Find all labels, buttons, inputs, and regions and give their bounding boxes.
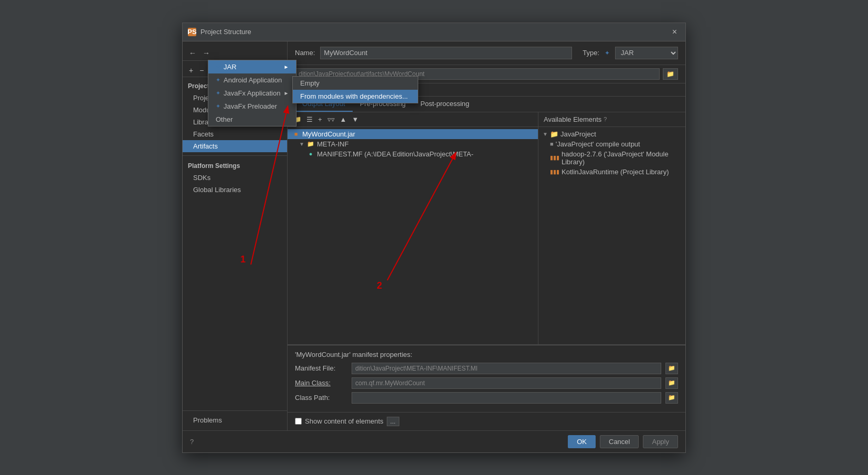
group-folder-icon: 📁	[550, 130, 558, 138]
output-up-btn[interactable]: ▲	[338, 114, 349, 124]
manifest-file-row: Manifest File: 📁	[295, 363, 678, 374]
lib-icon-kotlin: ▮▮▮	[550, 168, 559, 175]
tabs-row: Output Layout Pre-processing Post-proces…	[288, 97, 685, 112]
include-row: Include in project build	[288, 83, 685, 97]
sidebar-divider	[183, 155, 287, 156]
add-label: Add	[219, 66, 283, 74]
manifest-file-input[interactable]	[352, 363, 661, 374]
lib-icon-hadoop: ▮▮▮	[550, 154, 559, 161]
manifest-file-browse-btn[interactable]: 📁	[665, 363, 678, 374]
show-content-row: Show content of elements ...	[288, 412, 685, 430]
apply-button[interactable]: Apply	[643, 435, 678, 448]
manifest-section: 'MyWordCount.jar' manifest properties: M…	[288, 345, 685, 412]
output-area: 📁 ☰ + ▿▿ ▲ ▼ ■ MyWordCount.jar ▼	[288, 112, 685, 345]
tree-row-meta-inf[interactable]: ▼ 📁 META-INF	[288, 139, 538, 149]
tree-manifest-label: MANIFEST.MF (A:\IDEA Edition\JavaProject…	[317, 150, 473, 158]
class-path-browse-btn[interactable]: 📁	[665, 392, 678, 404]
project-settings-section: Project Settings	[183, 79, 287, 92]
dialog-title: Project Structure	[200, 28, 665, 36]
sidebar-item-problems[interactable]: Problems	[183, 414, 287, 426]
tree-jar-label: MyWordCount.jar	[302, 130, 355, 138]
main-class-browse-btn[interactable]: 📁	[665, 377, 678, 389]
available-item-hadoop[interactable]: ▮▮▮ hadoop-2.7.6 ('JavaProject' Module L…	[538, 149, 685, 167]
available-header: Available Elements ?	[538, 112, 685, 127]
platform-settings-section: Platform Settings	[183, 159, 287, 172]
tree-content: ■ MyWordCount.jar ▼ 📁 META-INF ● MANIFES…	[288, 127, 538, 344]
dots-button[interactable]: ...	[387, 417, 399, 426]
available-item-compile[interactable]: ■ 'JavaProject' compile output	[538, 139, 685, 149]
compile-icon: ■	[550, 141, 554, 147]
main-class-row: Main Class: 📁	[295, 377, 678, 389]
tab-preprocessing[interactable]: Pre-processing	[353, 97, 413, 112]
tree-meta-inf-label: META-INF	[317, 140, 348, 148]
type-select[interactable]: JAR	[615, 47, 678, 59]
add-artifact-button[interactable]: +	[187, 65, 195, 76]
class-path-label: Class Path:	[295, 394, 347, 402]
show-content-checkbox[interactable]	[295, 418, 302, 425]
output-path-browse-button[interactable]: 📁	[663, 68, 678, 80]
tab-output-layout[interactable]: Output Layout	[295, 97, 353, 112]
dialog-footer: ? OK Cancel Apply	[183, 430, 685, 452]
manifest-file-label: Manifest File:	[295, 364, 347, 372]
sidebar-item-project[interactable]: Project	[183, 92, 287, 104]
name-label: Name:	[295, 49, 315, 57]
manifest-icon: ●	[306, 151, 315, 157]
help-icon-footer: ?	[190, 438, 194, 446]
available-tree: ▼ 📁 JavaProject ■ 'JavaProject' compile …	[538, 127, 685, 344]
copy-artifact-button[interactable]: □	[208, 65, 216, 76]
output-sort-btn[interactable]: ▿▿	[325, 114, 337, 124]
show-content-label: Show content of elements	[305, 417, 384, 425]
available-elements-label: Available Elements	[544, 115, 601, 123]
hadoop-label: hadoop-2.7.6 ('JavaProject' Module Libra…	[562, 150, 681, 166]
sidebar-toolbar: ← →	[183, 46, 287, 61]
class-path-input[interactable]	[352, 392, 661, 404]
title-bar: PS Project Structure ×	[183, 23, 685, 41]
tree-row-manifest[interactable]: ● MANIFEST.MF (A:\IDEA Edition\JavaProje…	[288, 149, 538, 159]
sidebar-item-facets[interactable]: Facets	[183, 128, 287, 140]
type-icon: ✦	[605, 49, 610, 57]
output-down-btn[interactable]: ▼	[350, 114, 361, 124]
jar-icon: ■	[292, 131, 300, 137]
sidebar-item-libraries[interactable]: Libraries	[183, 116, 287, 128]
type-label: Type:	[583, 49, 599, 57]
back-button[interactable]: ←	[187, 48, 198, 58]
available-group-javaproject[interactable]: ▼ 📁 JavaProject	[538, 129, 685, 139]
compile-label: 'JavaProject' compile output	[556, 140, 640, 148]
output-add-btn[interactable]: ☰	[304, 114, 315, 124]
sidebar: ← → + − □ Add Project Settings Project M…	[183, 41, 288, 430]
available-item-kotlin[interactable]: ▮▮▮ KotlinJavaRuntime (Project Library)	[538, 167, 685, 177]
available-panel: Available Elements ? ▼ 📁 JavaProject ■ '…	[538, 112, 685, 344]
output-plus-btn[interactable]: +	[316, 114, 324, 124]
dialog-body: ← → + − □ Add Project Settings Project M…	[183, 41, 685, 430]
name-input[interactable]	[320, 47, 572, 59]
name-type-row: Name: Type: ✦ JAR	[288, 41, 685, 65]
output-path-input[interactable]	[295, 68, 660, 80]
output-new-folder-btn[interactable]: 📁	[291, 114, 303, 124]
tree-row-jar[interactable]: ■ MyWordCount.jar	[288, 129, 538, 139]
app-icon: PS	[188, 28, 196, 36]
output-toolbar: 📁 ☰ + ▿▿ ▲ ▼	[288, 112, 538, 127]
sidebar-divider-2	[183, 410, 287, 411]
close-button[interactable]: ×	[669, 26, 680, 38]
group-expand-icon: ▼	[543, 131, 548, 137]
expand-icon: ▼	[299, 141, 304, 147]
remove-artifact-button[interactable]: −	[197, 65, 206, 76]
ok-button[interactable]: OK	[568, 435, 596, 448]
tab-postprocessing[interactable]: Post-processing	[413, 97, 477, 112]
cancel-button[interactable]: Cancel	[600, 435, 639, 448]
folder-icon: 📁	[306, 141, 315, 147]
include-checkbox[interactable]	[295, 86, 302, 92]
sidebar-item-artifacts[interactable]: Artifacts	[183, 140, 287, 152]
class-path-row: Class Path: 📁	[295, 392, 678, 404]
project-structure-dialog: PS Project Structure × ← → + − □ Add Pro…	[182, 23, 686, 453]
main-class-input[interactable]	[352, 377, 661, 389]
sidebar-item-sdks[interactable]: SDKs	[183, 172, 287, 184]
output-path-row: 📁	[288, 65, 685, 83]
forward-button[interactable]: →	[200, 48, 212, 58]
sidebar-item-global-libraries[interactable]: Global Libraries	[183, 184, 287, 196]
kotlin-label: KotlinJavaRuntime (Project Library)	[562, 168, 669, 176]
manifest-title: 'MyWordCount.jar' manifest properties:	[295, 351, 678, 358]
main-class-label: Main Class:	[295, 379, 347, 387]
main-content: Name: Type: ✦ JAR 📁 Include in project b…	[288, 41, 685, 430]
sidebar-item-modules[interactable]: Modules	[183, 104, 287, 116]
